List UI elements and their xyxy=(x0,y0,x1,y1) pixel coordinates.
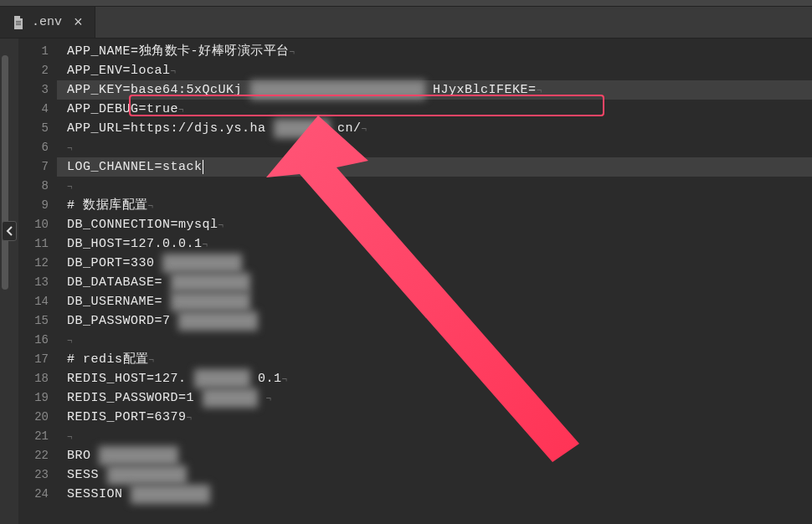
line-number: 13 xyxy=(18,273,57,292)
line-number: 5 xyxy=(18,119,57,138)
code-line[interactable]: DB_PORT=330 XXXXXXXXXX xyxy=(57,254,812,273)
top-bar xyxy=(0,0,812,7)
code-line[interactable]: SESSION XXXXXXXXXX xyxy=(57,485,812,504)
line-number: 12 xyxy=(18,254,57,273)
line-number: 20 xyxy=(18,408,57,427)
line-number: 19 xyxy=(18,388,57,408)
file-tab[interactable]: .env × xyxy=(0,7,95,38)
svg-rect-0 xyxy=(16,21,21,22)
line-number: 7 xyxy=(18,157,57,177)
code-line[interactable]: SESS XXXXXXXXXX xyxy=(57,465,812,485)
line-number: 8 xyxy=(18,177,57,196)
file-icon xyxy=(12,16,25,29)
line-numbers: 123456789101112131415161718192021222324 xyxy=(18,39,57,524)
line-number: 4 xyxy=(18,100,57,119)
code-line[interactable]: BRO XXXXXXXXXX xyxy=(57,446,812,465)
line-number: 2 xyxy=(18,61,57,80)
line-number: 9 xyxy=(18,196,57,215)
close-icon[interactable]: × xyxy=(74,14,83,31)
line-number: 24 xyxy=(18,485,57,504)
svg-rect-1 xyxy=(16,23,21,23)
code-line[interactable]: DB_USERNAME= XXXXXXXXXX xyxy=(57,292,812,311)
line-number: 6 xyxy=(18,138,57,157)
chevron-left-icon[interactable] xyxy=(2,221,17,241)
line-number: 10 xyxy=(18,215,57,234)
code-line[interactable]: APP_URL=https://djs.ys.ha XXXXXXX cn/¬ xyxy=(57,119,812,138)
left-gutter xyxy=(0,39,18,524)
code-line[interactable]: REDIS_PASSWORD=1 XXXXXXX ¬ xyxy=(57,388,812,408)
line-number: 14 xyxy=(18,292,57,311)
editor-area: 123456789101112131415161718192021222324 … xyxy=(0,39,812,524)
code-line[interactable]: APP_KEY=base64:5xQcUKj XXXXXXXXXXXXXXXXX… xyxy=(57,80,812,100)
tab-filename: .env xyxy=(32,15,62,29)
line-number: 23 xyxy=(18,465,57,485)
scrollbar-indicator[interactable] xyxy=(2,55,8,290)
code-area[interactable]: APP_NAME=独角数卡-好棒呀演示平台¬APP_ENV=local¬APP_… xyxy=(57,39,812,524)
tab-bar: .env × xyxy=(0,7,812,39)
code-line[interactable]: DB_DATABASE= XXXXXXXXXX xyxy=(57,273,812,292)
line-number: 11 xyxy=(18,234,57,254)
line-number: 17 xyxy=(18,350,57,369)
line-number: 18 xyxy=(18,369,57,388)
code-line[interactable]: LOG_CHANNEL=stack xyxy=(57,157,812,177)
code-line[interactable]: APP_NAME=独角数卡-好棒呀演示平台¬ xyxy=(57,42,812,61)
code-line[interactable]: REDIS_PORT=6379¬ xyxy=(57,408,812,427)
line-number: 3 xyxy=(18,80,57,100)
code-line[interactable]: REDIS_HOST=127. XXXXXXX 0.1¬ xyxy=(57,369,812,388)
line-number: 21 xyxy=(18,427,57,446)
code-line[interactable]: ¬ xyxy=(57,138,812,157)
line-number: 22 xyxy=(18,446,57,465)
code-line[interactable]: APP_DEBUG=true¬ xyxy=(57,100,812,119)
code-line[interactable]: DB_HOST=127.0.0.1¬ xyxy=(57,234,812,254)
code-line[interactable]: # 数据库配置¬ xyxy=(57,196,812,215)
code-line[interactable]: # redis配置¬ xyxy=(57,350,812,369)
code-line[interactable]: APP_ENV=local¬ xyxy=(57,61,812,80)
code-line[interactable]: ¬ xyxy=(57,427,812,446)
code-line[interactable]: ¬ xyxy=(57,177,812,196)
code-line[interactable]: DB_CONNECTION=mysql¬ xyxy=(57,215,812,234)
svg-rect-2 xyxy=(16,24,21,25)
line-number: 15 xyxy=(18,311,57,331)
line-number: 1 xyxy=(18,42,57,61)
line-number: 16 xyxy=(18,331,57,350)
code-line[interactable]: ¬ xyxy=(57,331,812,350)
code-line[interactable]: DB_PASSWORD=7 XXXXXXXXXX xyxy=(57,311,812,331)
